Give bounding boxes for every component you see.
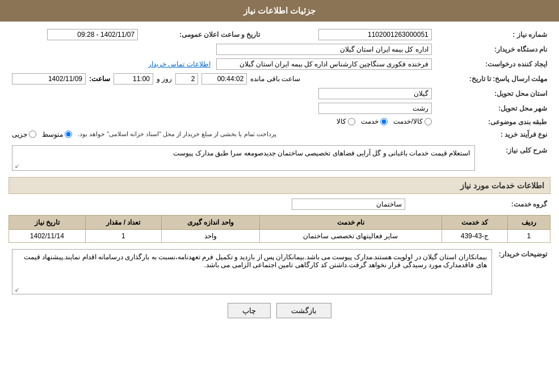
گروه-خدمت-label: گروه خدمت: [409, 197, 550, 212]
resize-arrow: ↙ [15, 163, 19, 169]
نوع-فرآیند-label: نوع فرآیند خرید : [435, 129, 550, 140]
توضیحات-value: بیمانکاران استان گیلان در اولویت هستند.م… [9, 247, 495, 296]
استان-value: گیلان [9, 86, 435, 101]
col-کد-خدمت: کد خدمت [442, 215, 507, 229]
اطلاعات-تماس-link[interactable]: اطلاعات تماس خریدار [148, 60, 211, 68]
page-wrapper: جزئیات اطلاعات نیاز شماره نیاز : 1102001… [0, 0, 559, 392]
گروه-خدمت-field: ساختمان [292, 199, 405, 210]
col-نام-خدمت: نام خدمت [259, 215, 442, 229]
نوع-note: پرداخت تمام یا بخشی از مبلغ خریدار از مح… [78, 130, 276, 138]
page-header: جزئیات اطلاعات نیاز [0, 0, 559, 22]
توضیحات-text: بیمانکاران استان گیلان در اولویت هستند.م… [24, 253, 487, 269]
نام-دستگاه-label: نام دستگاه خریدار: [435, 42, 550, 57]
service-table: ردیف کد خدمت نام خدمت واحد اندازه گیری ت… [9, 215, 550, 243]
radio-خدمت[interactable]: خدمت [361, 117, 388, 125]
گروه-خدمت-value: ساختمان [9, 197, 409, 212]
توضیحات-section: توضیحات خریدار: بیمانکاران استان گیلان د… [9, 247, 550, 296]
ایجاد-کننده-label: ایجاد کننده درخواست: [435, 57, 550, 71]
خدمات-section-title: اطلاعات خدمات مورد نیاز [9, 177, 550, 194]
col-ردیف: ردیف [507, 215, 550, 229]
مهلت-باقی-field: 00:44:02 [201, 73, 247, 85]
print-button[interactable]: چاپ [228, 303, 271, 318]
cell-تعداد: 1 [85, 229, 162, 242]
شماره-نیاز-value: 1102001263000051 [271, 27, 435, 42]
ایجاد-کننده-value: فرخنده فکوری سنگاچین کارشناس اداره کل بی… [9, 57, 435, 71]
main-content: شماره نیاز : 1102001263000051 تاریخ و سا… [0, 22, 559, 330]
جزیی-label: جزیی [12, 130, 27, 138]
شرح-کلی-text: استعلام قیمت خدمات باغبانی و گل آرایی فض… [173, 149, 470, 157]
مهلت-روز-label: روز و [157, 75, 172, 83]
متوسط-label: متوسط [42, 130, 63, 138]
نام-دستگاه-field: اداره کل بیمه ایران استان گیلان [216, 44, 432, 55]
کالا-خدمت-label: کالا/خدمت [393, 117, 422, 125]
مهلت-date-field: 1402/11/09 [12, 73, 86, 85]
radio-جزیی[interactable]: جزیی [12, 130, 36, 138]
col-تاریخ: تاریخ نیاز [9, 215, 86, 229]
خدمت-label: خدمت [361, 117, 379, 125]
info-section: شماره نیاز : 1102001263000051 تاریخ و سا… [9, 27, 550, 140]
تاریخ-value: 1402/11/07 - 09:28 [9, 27, 141, 42]
مهلت-روز-field: 2 [175, 73, 198, 85]
col-واحد: واحد اندازه گیری [162, 215, 259, 229]
شهر-field: رشت [318, 103, 432, 114]
bottom-buttons: بازگشت چاپ [9, 303, 550, 318]
توضیحات-label: توضیحات خریدار: [495, 247, 550, 296]
طبقه-بندی-label: طبقه بندی موضوعی: [435, 116, 550, 129]
تاریخ-label: تاریخ و ساعت اعلان عمومی: [141, 27, 271, 42]
شهر-value: رشت [9, 101, 435, 116]
نام-دستگاه-value: اداره کل بیمه ایران استان گیلان [9, 42, 435, 57]
col-تعداد: تعداد / مقدار [85, 215, 162, 229]
تاریخ-field: 1402/11/07 - 09:28 [47, 29, 138, 40]
مهلت-باقی-label: ساعت باقی مانده [250, 75, 300, 83]
مهلت-row: 1402/11/09 ساعت: 11:00 روز و 2 00:44:02 … [9, 71, 435, 86]
مهلت-label: مهلت ارسال پاسخ: تا تاریخ: [435, 71, 550, 86]
radio-کالا-خدمت[interactable]: کالا/خدمت [393, 117, 431, 125]
table-row: 1 ج-43-439 سایر فعالیتهای تخصصی ساختمان … [9, 229, 550, 242]
شهر-label: شهر محل تحویل: [435, 101, 550, 116]
cell-کد-خدمت: ج-43-439 [442, 229, 507, 242]
گروه-خدمت-section: گروه خدمت: ساختمان [9, 197, 550, 212]
مهلت-ساعت-field: 11:00 [114, 73, 153, 85]
resize-arrow-2: ↙ [15, 286, 19, 293]
cell-نام-خدمت: سایر فعالیتهای تخصصی ساختمان [259, 229, 442, 242]
back-button[interactable]: بازگشت [276, 303, 331, 318]
ایجاد-کننده-field: فرخنده فکوری سنگاچین کارشناس اداره کل بی… [216, 58, 432, 70]
استان-field: گیلان [318, 88, 432, 99]
نوع-فرآیند-row: جزیی متوسط پرداخت تمام یا بخشی از مبلغ خ… [9, 129, 435, 140]
شماره-نیاز-label: شماره نیاز : [435, 27, 550, 42]
شرح-کلی-value: استعلام قیمت خدمات باغبانی و گل آرایی فض… [9, 144, 478, 172]
کالا-label: کالا [337, 117, 346, 125]
توضیحات-box: بیمانکاران استان گیلان در اولویت هستند.م… [12, 249, 492, 294]
cell-تاریخ: 1402/11/14 [9, 229, 86, 242]
شرح-section: شرح کلی نیاز: استعلام قیمت خدمات باغبانی… [9, 144, 550, 172]
طبقه-بندی-row: کالا/خدمت خدمت کالا [9, 116, 435, 129]
شرح-کلی-label: شرح کلی نیاز: [478, 144, 550, 172]
استان-label: استان محل تحویل: [435, 86, 550, 101]
مهلت-ساعت-label: ساعت: [89, 75, 110, 83]
شماره-نیاز-field: 1102001263000051 [318, 29, 432, 40]
radio-متوسط[interactable]: متوسط [42, 130, 72, 138]
cell-ردیف: 1 [507, 229, 550, 242]
شرح-کلی-box: استعلام قیمت خدمات باغبانی و گل آرایی فض… [12, 145, 475, 171]
page-title: جزئیات اطلاعات نیاز [243, 6, 316, 15]
cell-واحد: واحد [162, 229, 259, 242]
radio-کالا[interactable]: کالا [337, 117, 355, 125]
